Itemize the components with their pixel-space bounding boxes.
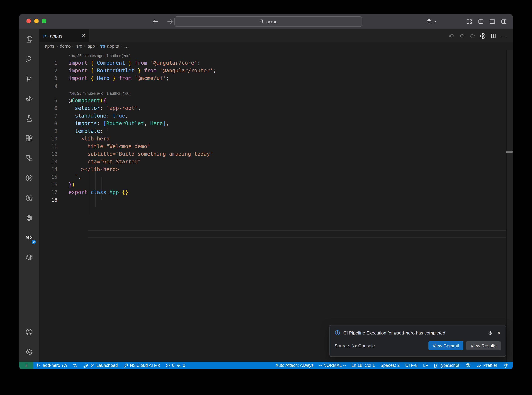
code-line[interactable]: 3import { Hero } from '@acme/ui'; — [39, 74, 506, 82]
testing-icon[interactable] — [19, 109, 39, 128]
account-icon[interactable] — [19, 322, 39, 342]
code-line[interactable]: 10 <lib-hero — [39, 135, 506, 143]
breadcrumb-item[interactable]: TSapp.ts — [100, 44, 119, 49]
code-line[interactable]: 16}) — [39, 181, 506, 188]
breadcrumb-item[interactable]: src — [76, 44, 82, 49]
branch-sparkle-icon — [90, 363, 95, 368]
notifications-bell[interactable] — [500, 362, 511, 369]
code-line[interactable]: 7 standalone: true, — [39, 112, 506, 120]
status-bar: add-hero Launchpad Nx Cloud AI Fix — [19, 362, 513, 369]
gitlens-inspect-icon[interactable] — [19, 188, 39, 208]
cursor-position-status-item[interactable]: Ln 18, Col 1 — [349, 362, 378, 369]
command-center-search[interactable]: acme — [174, 16, 362, 27]
branch-status-item[interactable]: add-hero — [33, 362, 70, 369]
toggle-secondary-sidebar-icon[interactable] — [501, 19, 507, 24]
code-line[interactable]: 12 subtitle="Build something amazing tod… — [39, 150, 506, 158]
scrollbar[interactable] — [506, 50, 513, 362]
git-branch-icon — [36, 363, 41, 368]
branch-name: add-hero — [43, 363, 60, 368]
breadcrumb-separator-icon: › — [84, 44, 86, 49]
more-actions-icon[interactable]: ··· — [501, 33, 507, 39]
line-number: 8 — [39, 120, 69, 127]
warning-count: 0 — [183, 363, 185, 368]
tab-app-ts[interactable]: TS app.ts ✕ — [39, 29, 89, 42]
code-line[interactable]: 4 — [39, 82, 506, 90]
copilot-status-item[interactable] — [462, 362, 473, 369]
close-icon[interactable]: ✕ — [497, 330, 501, 335]
view-commit-button[interactable]: View Commit — [429, 341, 463, 350]
breadcrumb-item[interactable]: … — [124, 44, 129, 49]
code-line[interactable]: 15 `, — [39, 173, 506, 181]
code-line[interactable]: 13 cta="Get Started" — [39, 158, 506, 165]
close-icon[interactable]: ✕ — [81, 33, 86, 38]
customize-layout-icon[interactable] — [467, 19, 472, 24]
gear-icon[interactable] — [488, 330, 493, 335]
code-text: title="Welcmoe demo" — [69, 143, 150, 150]
vim-mode-status-item[interactable]: -- NORMAL -- — [316, 362, 349, 369]
code-line[interactable]: 5@Component({ — [39, 97, 506, 104]
code-line[interactable]: 1import { Component } from '@angular/cor… — [39, 59, 506, 67]
language-status-item[interactable]: {} TypeScript — [431, 362, 462, 369]
traffic-close[interactable] — [27, 19, 31, 23]
search-icon[interactable] — [19, 49, 39, 69]
nav-back-circle-icon[interactable] — [449, 33, 454, 38]
code-text: import { Component } from '@angular/core… — [69, 59, 200, 67]
indentation-status-item[interactable]: Spaces: 2 — [377, 362, 402, 369]
command-center-query: acme — [266, 19, 278, 24]
traffic-maximize[interactable] — [42, 19, 46, 23]
nx-badge: 2 — [31, 239, 37, 245]
formatter-status-item[interactable]: Prettier — [473, 362, 500, 369]
auto-attach-status-item[interactable]: Auto Attach: Always — [273, 362, 317, 369]
code-text: imports: [RouterOutlet, Hero], — [69, 120, 169, 127]
encoding-status-item[interactable]: UTF-8 — [403, 362, 420, 369]
eol-status-item[interactable]: LF — [420, 362, 431, 369]
nx-console-icon[interactable]: N 2 — [19, 227, 39, 247]
code-line[interactable]: 17export class App {} — [39, 188, 506, 196]
line-number: 12 — [39, 150, 69, 158]
container-tools-icon[interactable] — [19, 247, 39, 267]
breadcrumb-separator-icon: › — [121, 44, 123, 49]
problems-status-item[interactable]: 0 0 — [163, 362, 188, 369]
nav-forward-circle-icon[interactable] — [469, 33, 475, 38]
gitlens-icon[interactable] — [19, 168, 39, 188]
launchpad-status-item[interactable]: Launchpad — [80, 362, 121, 369]
copilot-menu[interactable] — [426, 18, 436, 25]
run-debug-icon[interactable] — [19, 89, 39, 109]
nx-cloud-status-item[interactable]: Nx Cloud AI Fix — [121, 362, 163, 369]
source-control-icon[interactable] — [19, 69, 39, 89]
codelens-annotation[interactable]: You, 26 minutes ago | 1 author (You) — [39, 90, 506, 97]
split-editor-icon[interactable] — [491, 33, 496, 38]
forward-arrow-icon[interactable] — [167, 18, 173, 25]
code-line[interactable]: 18 — [39, 196, 506, 204]
code-line[interactable]: 8 imports: [RouterOutlet, Hero], — [39, 120, 506, 127]
toggle-sidebar-icon[interactable] — [478, 19, 484, 24]
code-text: <lib-hero — [69, 135, 109, 143]
extensions-icon[interactable] — [19, 128, 39, 148]
breadcrumb-item[interactable]: demo — [60, 44, 71, 49]
title-bar: acme — [19, 14, 513, 29]
edge-tools-icon[interactable] — [19, 208, 39, 227]
codelens-annotation[interactable]: You, 26 minutes ago | 1 author (You) — [39, 52, 506, 59]
breadcrumb-item[interactable]: apps — [45, 44, 54, 49]
toggle-panel-icon[interactable] — [490, 19, 495, 24]
code-line[interactable]: 6 selector: 'app-root', — [39, 104, 506, 112]
view-results-button[interactable]: View Results — [466, 341, 501, 350]
launchpad-label: Launchpad — [96, 363, 118, 368]
commit-graph-icon[interactable] — [480, 33, 486, 39]
back-arrow-icon[interactable] — [152, 18, 159, 25]
code-line[interactable]: 9 template: ` — [39, 127, 506, 135]
explorer-icon[interactable] — [19, 29, 39, 49]
code-line[interactable]: 2import { RouterOutlet } from '@angular/… — [39, 67, 506, 74]
breadcrumb-item[interactable]: app — [88, 44, 95, 49]
remote-indicator[interactable] — [19, 362, 33, 369]
code-line[interactable]: 14 ></lib-hero> — [39, 165, 506, 173]
chevron-down-icon — [433, 20, 436, 23]
settings-gear-icon[interactable] — [19, 342, 39, 362]
code-editor[interactable]: You, 26 minutes ago | 1 author (You)1imp… — [39, 50, 513, 362]
nav-circle-icon[interactable] — [459, 33, 465, 38]
tab-strip: TS app.ts ✕ — [39, 29, 513, 42]
project-boxes-icon[interactable] — [19, 148, 39, 168]
git-compare-status-item[interactable] — [70, 362, 80, 369]
code-line[interactable]: 11 title="Welcmoe demo" — [39, 143, 506, 150]
traffic-minimize[interactable] — [34, 19, 38, 23]
